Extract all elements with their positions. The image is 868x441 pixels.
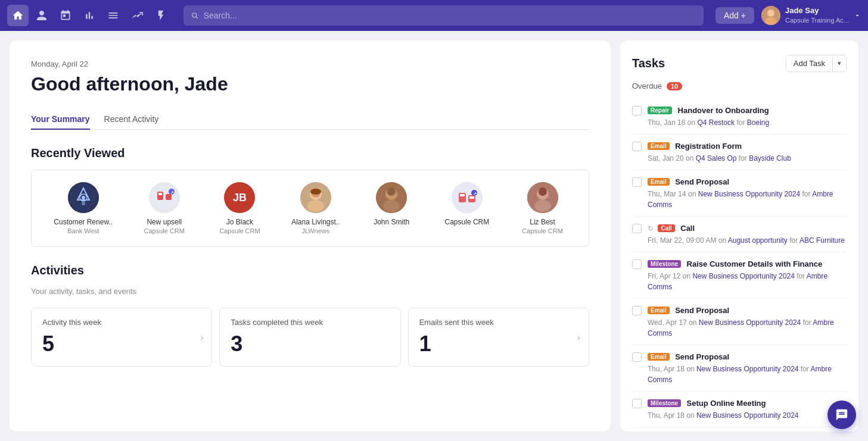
task-checkbox[interactable] <box>632 306 642 315</box>
svg-text:↗: ↗ <box>170 190 174 195</box>
menu-nav-icon[interactable] <box>102 5 124 26</box>
rv-name: New upsell <box>147 218 182 226</box>
rv-item-bank-west[interactable]: Customer Renew.. Bank West <box>54 182 113 234</box>
left-panel: Monday, April 22 Good afternoon, Jade Yo… <box>10 40 611 431</box>
task-tag: Milestone <box>648 399 681 407</box>
add-task-button-group: Add Task ▾ <box>786 55 847 72</box>
task-link1[interactable]: New Business Opportunity 2024 <box>698 190 800 198</box>
add-task-main-button[interactable]: Add Task <box>786 55 833 71</box>
rv-avatar-alana <box>300 182 331 213</box>
task-link2[interactable]: Bayside Club <box>749 154 791 162</box>
home-nav-icon[interactable] <box>7 5 29 26</box>
flash-nav-icon[interactable] <box>150 5 172 26</box>
activity-card-emails[interactable]: Emails sent this week 1 › <box>408 308 589 367</box>
task-link1[interactable]: New Business Opportunity 2024 <box>699 318 801 327</box>
rv-item-capsule-crm[interactable]: ↗ Capsule CRM <box>443 182 491 234</box>
rv-item-alana[interactable]: Alana Livingst.. JLWnews <box>291 182 340 234</box>
task-checkbox[interactable] <box>632 177 642 187</box>
rv-avatar-liz-best <box>527 182 558 213</box>
task-date: Fri, Apr 12 <box>648 272 680 280</box>
task-title-row: Email Registration Form <box>648 140 847 151</box>
task-item: Repair Handover to Onboarding Thu, Jan 1… <box>632 99 847 135</box>
task-content: Milestone Raise Customer Details with Fi… <box>648 258 847 292</box>
main-layout: Monday, April 22 Good afternoon, Jade Yo… <box>0 31 868 441</box>
calendar-nav-icon[interactable] <box>55 5 76 26</box>
rv-sub: Capsule CRM <box>522 227 562 234</box>
task-content: Email Send Proposal Thu, Apr 18 on New B… <box>648 351 847 385</box>
task-for-label: for <box>736 118 746 127</box>
task-checkbox[interactable] <box>632 142 642 151</box>
overdue-bar: Overdue 10 <box>632 82 847 90</box>
task-checkbox[interactable] <box>632 224 642 233</box>
task-on: on <box>686 411 696 420</box>
rv-sub: JLWnews <box>301 227 329 234</box>
card-arrow-1: › <box>201 333 204 342</box>
activity-cards: Activity this week 5 › Tasks completed t… <box>31 308 589 367</box>
add-button[interactable]: Add + <box>715 7 754 24</box>
top-navigation: Add + Jade Say Capsule Training Ac... <box>0 0 868 31</box>
card-value-1: 5 <box>42 331 201 356</box>
svg-text:↗: ↗ <box>472 192 476 196</box>
task-link1[interactable]: New Business Opportunity 2024 <box>692 272 794 280</box>
overdue-label: Overdue <box>632 82 662 90</box>
rv-item-jo-black[interactable]: JB Jo Black Capsule CRM <box>216 182 263 234</box>
activity-card-weekly[interactable]: Activity this week 5 › <box>31 308 212 367</box>
task-meta: Thu, Jan 18 on Q4 Restock for Boeing <box>648 117 847 128</box>
task-link1[interactable]: New Business Opportunity 2024 <box>696 411 798 420</box>
rv-sub: Bank West <box>67 227 99 234</box>
task-tag: Email <box>648 178 670 186</box>
task-checkbox[interactable] <box>632 399 642 408</box>
task-title-row: Milestone Raise Customer Details with Fi… <box>648 258 847 269</box>
task-content: Repair Handover to Onboarding Thu, Jan 1… <box>648 105 847 128</box>
task-checkbox[interactable] <box>632 106 642 115</box>
task-content: Email Send Proposal Wed, Apr 17 on New B… <box>648 305 847 339</box>
task-meta: Sat, Jan 20 on Q4 Sales Op for Bayside C… <box>648 153 847 164</box>
task-meta: Wed, Apr 17 on New Business Opportunity … <box>648 317 847 339</box>
task-checkbox[interactable] <box>632 259 642 269</box>
task-date: Thu, Apr 18 <box>648 365 685 373</box>
rv-item-new-upsell[interactable]: ↗ New upsell Capsule CRM <box>141 182 188 234</box>
activity-card-tasks[interactable]: Tasks completed this week 3 <box>219 308 400 367</box>
task-meta: Fri, Apr 12 on New Business Opportunity … <box>648 271 847 292</box>
tab-recent-activity[interactable]: Recent Activity <box>104 110 159 130</box>
trending-nav-icon[interactable] <box>126 5 148 26</box>
card-label-1: Activity this week <box>42 318 201 327</box>
rv-name: Liz Best <box>530 218 555 226</box>
rv-avatar-jo-black: JB <box>224 182 255 213</box>
task-tag: Email <box>648 142 670 150</box>
tab-your-summary[interactable]: Your Summary <box>31 110 90 130</box>
search-bar[interactable] <box>183 5 704 26</box>
rv-item-john-smith[interactable]: John Smith <box>368 182 415 234</box>
task-date: Wed, Apr 17 <box>648 318 687 327</box>
task-checkbox[interactable] <box>632 352 642 362</box>
people-nav-icon[interactable] <box>31 5 52 26</box>
task-name: Handover to Onboarding <box>678 106 769 115</box>
rv-item-liz-best[interactable]: Liz Best Capsule CRM <box>519 182 567 234</box>
rv-sub <box>391 227 393 234</box>
task-link1[interactable]: New Business Opportunity 2024 <box>696 365 798 373</box>
task-link1[interactable]: August opportunity <box>728 236 788 245</box>
rv-name-john: John Smith <box>374 218 409 226</box>
task-link2[interactable]: ABC Furniture <box>799 236 845 245</box>
recently-viewed-grid: Customer Renew.. Bank West ↗ New upsell … <box>46 182 574 234</box>
user-menu[interactable]: Jade Say Capsule Training Ac... <box>761 6 861 25</box>
task-title-row: Email Send Proposal <box>648 305 847 315</box>
task-name: Registration Form <box>675 142 742 151</box>
task-tag: Call <box>658 224 674 232</box>
svg-point-18 <box>310 189 321 195</box>
task-link2[interactable]: Boeing <box>747 118 769 127</box>
recently-viewed-title: Recently Viewed <box>31 146 589 160</box>
chart-nav-icon[interactable] <box>79 5 100 26</box>
greeting: Good afternoon, Jade <box>31 73 589 95</box>
card-arrow-3: › <box>577 333 580 342</box>
add-task-caret-button[interactable]: ▾ <box>833 56 846 71</box>
task-for-label: for <box>802 190 813 198</box>
task-meta: Thu, Apr 18 on New Business Opportunity … <box>648 364 847 385</box>
rv-avatar-new-upsell: ↗ <box>149 182 180 213</box>
fab-button[interactable] <box>827 401 856 429</box>
card-value-3: 1 <box>419 331 578 356</box>
tasks-panel: Tasks Add Task ▾ Overdue 10 Repair Hando… <box>620 40 858 431</box>
task-link1[interactable]: Q4 Restock <box>697 118 735 127</box>
task-link1[interactable]: Q4 Sales Op <box>696 154 737 162</box>
search-input[interactable] <box>204 11 696 20</box>
